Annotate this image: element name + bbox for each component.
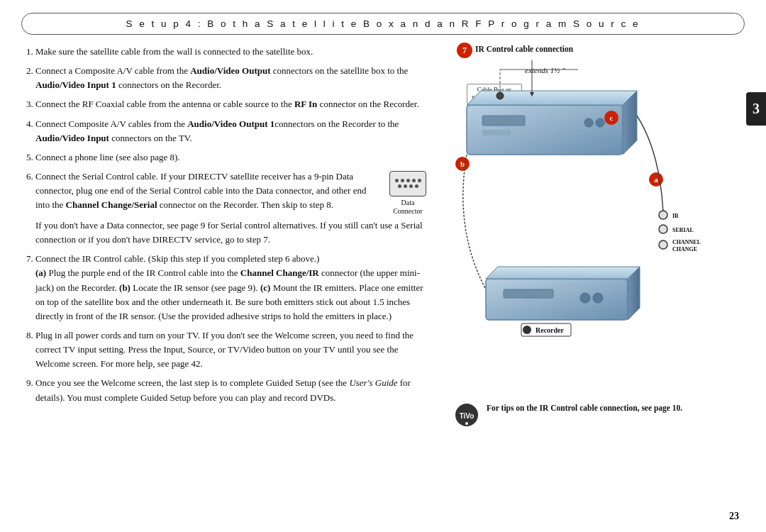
svg-text:TiVo: TiVo bbox=[460, 412, 474, 420]
svg-marker-13 bbox=[486, 267, 640, 279]
step-1-text: Make sure the satellite cable from the w… bbox=[35, 46, 313, 57]
page-title: S e t u p 4 : B o t h a S a t e l l i t … bbox=[21, 13, 745, 35]
svg-marker-14 bbox=[628, 267, 640, 320]
tivo-tips-content: For tips on the IR Control cable connect… bbox=[487, 404, 682, 412]
connector-dots-row-1 bbox=[395, 179, 421, 182]
step-6-area: Connect the Serial Control cable. If you… bbox=[35, 170, 433, 216]
step-8: Plug in all power cords and turn on your… bbox=[35, 328, 433, 371]
step-2-text: Connect a Composite A/V cable from the A… bbox=[35, 65, 408, 90]
svg-text:IR: IR bbox=[672, 213, 679, 219]
connector-dot bbox=[398, 184, 401, 188]
extends-label: extends 1½ " bbox=[525, 66, 565, 74]
svg-text:CHANNEL: CHANNEL bbox=[672, 239, 701, 245]
step-7: Connect the IR Control cable. (Skip this… bbox=[35, 252, 433, 323]
step-3-text: Connect the RF Coaxial cable from the an… bbox=[35, 99, 419, 109]
step-5-text: Connect a phone line (see also page 8). bbox=[35, 152, 180, 162]
step-7a-text: (a) Plug the purple end of the IR Contro… bbox=[35, 267, 423, 321]
step-3: Connect the RF Coaxial cable from the an… bbox=[35, 97, 433, 111]
svg-rect-4 bbox=[482, 130, 511, 135]
data-connector-label: DataConnector bbox=[393, 199, 423, 216]
svg-text:b: b bbox=[460, 160, 465, 168]
page-number: 23 bbox=[729, 511, 739, 522]
svg-rect-3 bbox=[482, 116, 525, 126]
svg-point-23 bbox=[659, 211, 667, 219]
svg-text:Recorder: Recorder bbox=[535, 326, 565, 334]
step-6-text: Connect the Serial Control cable. If you… bbox=[35, 171, 366, 210]
svg-rect-0 bbox=[467, 105, 623, 155]
diagram-area: 7 IR Control cable connection extends 1½… bbox=[447, 45, 723, 470]
steps-list: Make sure the satellite cable from the w… bbox=[21, 45, 433, 405]
connector-dot bbox=[418, 179, 421, 182]
step-7-text: Connect the IR Control cable. (Skip this… bbox=[35, 253, 319, 264]
data-connector-icon-area: DataConnector bbox=[383, 171, 433, 216]
svg-point-36 bbox=[465, 422, 468, 425]
step-8-text: Plug in all power cords and turn on your… bbox=[35, 330, 413, 369]
page-container: S e t u p 4 : B o t h a S a t e l l i t … bbox=[0, 0, 766, 532]
svg-rect-15 bbox=[504, 289, 553, 298]
connector-dot bbox=[401, 179, 404, 182]
step-9-text: Once you see the Welcome screen, the las… bbox=[35, 377, 411, 402]
connector-dots-row-2 bbox=[398, 184, 418, 188]
ir-control-label: IR Control cable connection bbox=[475, 45, 573, 53]
right-column: 7 IR Control cable connection extends 1½… bbox=[440, 45, 745, 470]
tivo-tips-box: TiVo For tips on the IR Control cable co… bbox=[454, 402, 695, 428]
svg-marker-2 bbox=[623, 91, 637, 155]
svg-point-19 bbox=[523, 326, 531, 334]
svg-text:CHANGE: CHANGE bbox=[672, 246, 697, 253]
tivo-tips-text: For tips on the IR Control cable connect… bbox=[487, 402, 682, 414]
connector-dot bbox=[415, 184, 418, 188]
chapter-tab: 3 bbox=[746, 92, 766, 126]
step-2: Connect a Composite A/V cable from the A… bbox=[35, 64, 433, 92]
svg-point-6 bbox=[596, 118, 604, 127]
cable-box-label-text: Cable Box orSatellite Receiver bbox=[472, 86, 517, 101]
svg-point-27 bbox=[659, 240, 667, 249]
svg-text:a: a bbox=[654, 175, 658, 184]
connector-dot bbox=[406, 179, 410, 182]
connector-dot bbox=[404, 184, 407, 188]
svg-text:SERIAL: SERIAL bbox=[672, 227, 694, 233]
svg-point-25 bbox=[659, 225, 667, 233]
step-4: Connect Composite A/V cables from the Au… bbox=[35, 117, 433, 145]
step-6-text-block: Connect the Serial Control cable. If you… bbox=[35, 170, 376, 212]
step-6: Connect the Serial Control cable. If you… bbox=[35, 170, 433, 247]
svg-text:c: c bbox=[610, 113, 614, 122]
svg-point-21 bbox=[649, 172, 663, 187]
data-connector-icon bbox=[389, 171, 426, 196]
tivo-logo-icon: TiVo bbox=[454, 402, 479, 428]
connector-dot bbox=[412, 179, 416, 182]
step-6b-text: If you don't have a Data connector, see … bbox=[35, 220, 423, 245]
cable-box-label: Cable Box orSatellite Receiver bbox=[467, 84, 522, 104]
circle-7: 7 bbox=[457, 43, 472, 58]
svg-point-17 bbox=[593, 293, 603, 303]
step-4-text: Connect Composite A/V cables from the Au… bbox=[35, 118, 399, 143]
svg-rect-12 bbox=[486, 279, 628, 320]
left-column: Make sure the satellite cable from the w… bbox=[21, 45, 440, 470]
svg-point-10 bbox=[455, 157, 470, 171]
recorder-group bbox=[486, 267, 640, 320]
connector-dot bbox=[409, 184, 413, 188]
main-content: Make sure the satellite cable from the w… bbox=[21, 45, 745, 470]
svg-point-16 bbox=[580, 293, 590, 303]
connector-dot bbox=[395, 179, 399, 182]
step-9: Once you see the Welcome screen, the las… bbox=[35, 376, 433, 404]
svg-point-8 bbox=[604, 111, 618, 125]
step-1: Make sure the satellite cable from the w… bbox=[35, 45, 433, 59]
step-5: Connect a phone line (see also page 8). bbox=[35, 150, 433, 165]
svg-rect-18 bbox=[521, 323, 571, 336]
svg-point-5 bbox=[584, 118, 593, 127]
